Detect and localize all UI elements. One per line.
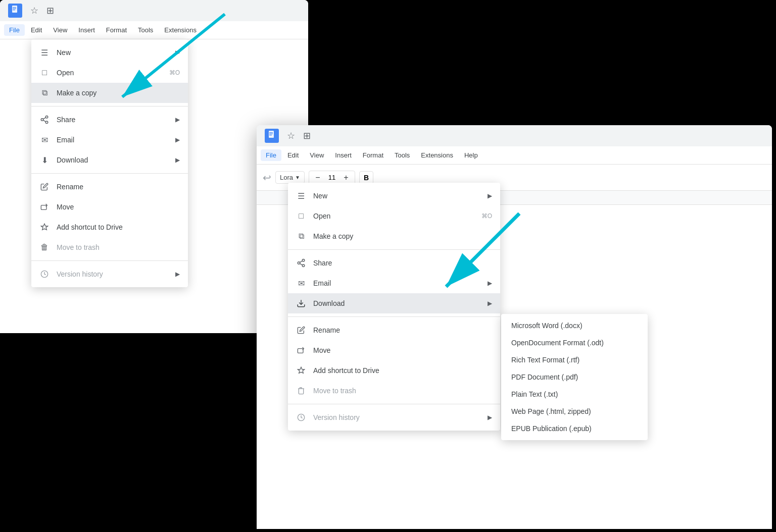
menu-file-1[interactable]: File [4, 24, 25, 36]
menu-item-share-2[interactable]: Share [288, 253, 500, 273]
font-increase-btn-2[interactable]: + [341, 172, 352, 183]
star-icon-1[interactable]: ☆ [30, 5, 38, 16]
submenu-docx[interactable]: Microsoft Word (.docx) [501, 317, 648, 334]
menu-item-copy-2[interactable]: ⧉ Make a copy [288, 226, 500, 246]
menu-item-open-1[interactable]: □ Open ⌘O [31, 63, 188, 83]
shortcut-label-1: Add shortcut to Drive [57, 223, 180, 231]
menu-item-copy-1[interactable]: ⧉ Make a copy [31, 83, 188, 103]
svg-line-8 [43, 118, 45, 119]
submenu-epub[interactable]: EPUB Publication (.epub) [501, 420, 648, 437]
email-label-2: Email [313, 279, 480, 287]
menu-tools-2[interactable]: Tools [390, 149, 415, 161]
menu-extensions-1[interactable]: Extensions [159, 24, 202, 36]
file-dropdown-2: ☰ New ▶ □ Open ⌘O ⧉ Make a copy Share ✉ … [288, 183, 500, 431]
submenu-odt[interactable]: OpenDocument Format (.odt) [501, 334, 648, 351]
font-dropdown-arrow-2: ▼ [295, 175, 300, 180]
rename-label-1: Rename [57, 183, 180, 191]
menu-edit-2[interactable]: Edit [282, 149, 304, 161]
shortcut-icon-1 [39, 222, 50, 232]
email-icon-1: ✉ [39, 135, 50, 145]
svg-point-4 [45, 116, 48, 119]
menu-item-move-1[interactable]: Move [31, 197, 188, 217]
undo-icon-2[interactable]: ↩ [263, 172, 271, 184]
menu-help-2[interactable]: Help [459, 149, 483, 161]
open-label-2: Open [313, 212, 474, 220]
copy-label-1: Make a copy [57, 89, 180, 97]
menu-insert-1[interactable]: Insert [73, 24, 100, 36]
menu-tools-1[interactable]: Tools [133, 24, 158, 36]
menu-insert-2[interactable]: Insert [330, 149, 357, 161]
submenu-rtf[interactable]: Rich Text Format (.rtf) [501, 351, 648, 368]
menu-extensions-2[interactable]: Extensions [416, 149, 458, 161]
email-arrow-1: ▶ [175, 136, 180, 143]
menu-item-rename-1[interactable]: Rename [31, 177, 188, 197]
svg-point-6 [45, 121, 48, 124]
svg-rect-14 [269, 132, 273, 133]
new-label-1: New [57, 48, 168, 57]
menu-item-shortcut-2[interactable]: Add shortcut to Drive [288, 360, 500, 381]
share-icon-2 [296, 258, 306, 268]
menu-item-share-1[interactable]: Share ▶ [31, 110, 188, 130]
menu-item-version-1: Version history ▶ [31, 264, 188, 284]
share-arrow-1: ▶ [175, 116, 180, 123]
move-label-2: Move [313, 346, 492, 354]
font-selector-2[interactable]: Lora ▼ [275, 171, 305, 184]
title-bar-1: ☆ ⊞ [0, 0, 308, 21]
menu-item-open-2[interactable]: □ Open ⌘O [288, 206, 500, 226]
download-arrow-1: ▶ [175, 156, 180, 164]
menu-format-2[interactable]: Format [358, 149, 389, 161]
move-label-1: Move [57, 203, 180, 211]
trash-label-2: Move to trash [313, 387, 492, 395]
svg-rect-9 [41, 205, 46, 210]
menu-item-email-2[interactable]: ✉ Email ▶ [288, 273, 500, 293]
rename-icon-2 [296, 325, 306, 335]
menu-item-email-1[interactable]: ✉ Email ▶ [31, 130, 188, 150]
svg-line-20 [300, 263, 302, 265]
menu-item-new-1[interactable]: ☰ New ▶ [31, 42, 188, 63]
svg-point-19 [302, 264, 305, 267]
version-icon-1 [39, 269, 50, 279]
trash-icon-2 [296, 386, 306, 396]
new-arrow-2: ▶ [488, 192, 492, 199]
star-icon-2[interactable]: ☆ [287, 130, 295, 141]
divider-1c [31, 260, 188, 261]
menu-format-1[interactable]: Format [101, 24, 132, 36]
divider-2b [288, 316, 500, 317]
open-icon-1: □ [39, 68, 50, 78]
menu-file-2[interactable]: File [261, 149, 281, 161]
download-label-2: Download [313, 299, 480, 307]
menu-item-rename-2[interactable]: Rename [288, 320, 500, 340]
bold-btn-2[interactable]: B [359, 171, 373, 184]
menu-item-new-2[interactable]: ☰ New ▶ [288, 186, 500, 206]
menu-item-trash-2: Move to trash [288, 381, 500, 401]
menu-view-1[interactable]: View [48, 24, 72, 36]
submenu-pdf[interactable]: PDF Document (.pdf) [501, 368, 648, 386]
svg-rect-3 [13, 10, 15, 10]
new-label-2: New [313, 192, 480, 200]
trash-icon-1: 🗑 [39, 242, 50, 252]
rename-icon-1 [39, 182, 50, 192]
menu-item-shortcut-1[interactable]: Add shortcut to Drive [31, 217, 188, 237]
menu-edit-1[interactable]: Edit [26, 24, 47, 36]
svg-point-18 [298, 262, 300, 264]
font-name-2: Lora [280, 174, 293, 181]
file-dropdown-1: ☰ New ▶ □ Open ⌘O ⧉ Make a copy Share ▶ … [31, 39, 188, 287]
svg-rect-2 [13, 9, 16, 9]
menu-item-move-2[interactable]: Move [288, 340, 500, 360]
menu-item-download-1[interactable]: ⬇ Download ▶ [31, 150, 188, 170]
open-shortcut-1: ⌘O [169, 69, 180, 76]
submenu-html[interactable]: Web Page (.html, zipped) [501, 403, 648, 420]
rename-label-2: Rename [313, 326, 492, 334]
menu-view-2[interactable]: View [305, 149, 329, 161]
divider-1a [31, 106, 188, 107]
svg-rect-1 [13, 7, 16, 8]
open-label-1: Open [57, 69, 162, 77]
svg-rect-16 [269, 135, 272, 135]
svg-point-5 [41, 119, 43, 121]
folder-icon-2[interactable]: ⊞ [303, 130, 311, 141]
font-decrease-btn-2[interactable]: − [312, 172, 323, 183]
folder-icon-1[interactable]: ⊞ [46, 5, 54, 16]
menu-item-download-2[interactable]: Download ▶ [288, 293, 500, 313]
submenu-txt[interactable]: Plain Text (.txt) [501, 386, 648, 403]
divider-1b [31, 173, 188, 174]
